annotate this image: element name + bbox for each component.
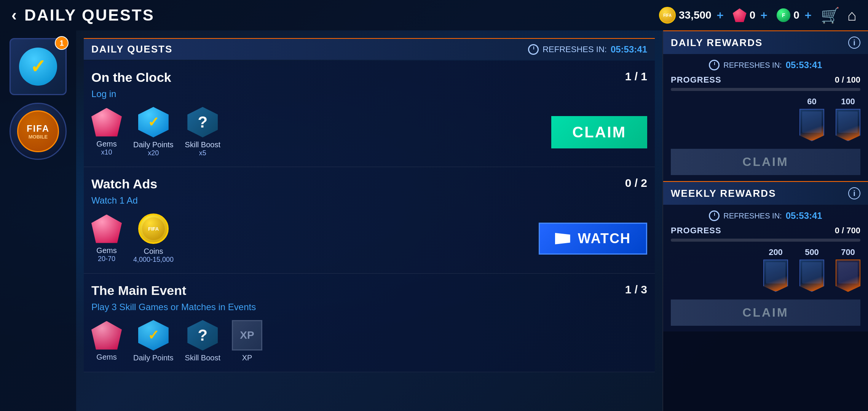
reward-label-skill-boost: Skill Boostx5 — [185, 140, 220, 157]
home-button[interactable]: ⌂ — [847, 7, 857, 24]
claim-button-1[interactable]: CLAIM — [551, 116, 647, 148]
quest-on-the-clock: On the Clock 1 / 1 Log in Gemsx10 Daily … — [84, 61, 655, 167]
weekly-milestones: 200 500 700 — [671, 247, 860, 292]
reward-coins-2: FIFA Coins4,000-15,000 — [133, 213, 174, 264]
page-title: DAILY QUESTS — [24, 6, 659, 24]
quest-rewards-1: Gemsx10 Daily Pointsx20 Skill Boostx5 CL… — [91, 107, 647, 157]
daily-rewards-body: REFRESHES IN: 05:53:41 PROGRESS 0 / 100 … — [663, 54, 868, 181]
weekly-rewards-header: WEEKLY REWARDS i — [663, 181, 868, 205]
reward-label-gems-2: Gems20-70 — [96, 246, 116, 263]
weekly-milestone-200-label: 200 — [769, 247, 783, 257]
quest-subtitle-1[interactable]: Log in — [91, 89, 647, 99]
weekly-milestone-700-icon — [836, 260, 860, 292]
weekly-refresh-time: 05:53:41 — [786, 210, 822, 221]
daily-refresh-row: REFRESHES IN: 05:53:41 — [671, 60, 860, 70]
gem-reward-icon — [91, 108, 122, 137]
back-button[interactable]: ‹ — [11, 7, 17, 23]
weekly-claim-button[interactable]: CLAIM — [671, 299, 860, 326]
daily-milestone-100: 100 — [836, 97, 860, 141]
currency-area: FIFA 33,500 ＋ 0 ＋ F 0 ＋ 🛒 ⌂ — [659, 6, 857, 24]
fifa-logo-inner: FIFA MOBILE — [17, 110, 59, 152]
daily-refresh-time: 05:53:41 — [786, 60, 822, 70]
quest-progress-1: 1 / 1 — [625, 70, 647, 83]
watch-play-icon — [555, 233, 570, 244]
weekly-refresh-row: REFRESHES IN: 05:53:41 — [671, 210, 860, 221]
daily-milestone-100-icon — [836, 109, 860, 141]
green-points-group: F 0 ＋ — [777, 8, 813, 22]
refresh-label: REFRESHES IN: — [542, 45, 607, 54]
reward-label-check-3: Daily Points — [133, 354, 174, 362]
daily-quests-header: DAILY QUESTS REFRESHES IN: 05:53:41 — [84, 38, 655, 60]
quest-progress-2: 0 / 2 — [625, 177, 647, 190]
weekly-milestone-200: 200 — [763, 247, 788, 292]
reward-gems-1: Gemsx10 — [91, 108, 122, 156]
reward-question-3: Skill Boost — [185, 320, 220, 362]
weekly-milestone-500-label: 500 — [805, 247, 819, 257]
weekly-progress-value: 0 / 700 — [835, 226, 860, 236]
daily-progress-bar — [671, 88, 860, 91]
fifa-points-value: 33,500 — [679, 9, 712, 21]
question-reward-icon — [187, 107, 218, 137]
daily-milestone-100-label: 100 — [841, 97, 855, 107]
sidebar-fifa-logo[interactable]: FIFA MOBILE — [10, 103, 67, 160]
weekly-milestone-700-label: 700 — [841, 247, 855, 257]
quest-title-3: The Main Event — [91, 283, 186, 298]
quest-subtitle-2[interactable]: Watch 1 Ad — [91, 195, 647, 206]
add-points-button[interactable]: ＋ — [803, 8, 813, 22]
reward-skill-boost-1: Skill Boostx5 — [185, 107, 220, 157]
daily-refresh-label: REFRESHES IN: — [723, 61, 782, 70]
points-icon: F — [777, 8, 790, 22]
reward-label-gems-3: Gems — [96, 353, 116, 362]
daily-rewards-info-button[interactable]: i — [848, 37, 860, 49]
add-fifa-points-button[interactable]: ＋ — [715, 8, 725, 22]
refresh-info: REFRESHES IN: 05:53:41 — [528, 44, 647, 55]
daily-rewards-panel: DAILY REWARDS i REFRESHES IN: 05:53:41 P… — [663, 30, 868, 181]
fifa-logo-sub: MOBILE — [29, 134, 48, 140]
reward-label-gems-1: Gemsx10 — [96, 140, 116, 156]
reward-label-coins: Coins4,000-15,000 — [133, 247, 174, 264]
weekly-rewards-panel: WEEKLY REWARDS i REFRESHES IN: 05:53:41 … — [663, 181, 868, 331]
sidebar-quests-icon[interactable]: 1 — [10, 38, 67, 95]
fifa-logo-text: FIFA — [27, 123, 49, 134]
weekly-progress-label: PROGRESS — [671, 226, 721, 236]
reward-xp-3: XP — [232, 320, 262, 362]
weekly-milestone-500: 500 — [799, 247, 824, 292]
sidebar: 1 FIFA MOBILE — [0, 30, 76, 411]
green-points-value: 0 — [793, 9, 799, 21]
daily-progress-value: 0 / 100 — [835, 75, 860, 85]
reward-label-question-3: Skill Boost — [185, 354, 220, 362]
coins-reward-icon: FIFA — [138, 213, 169, 244]
daily-timer-icon — [709, 60, 720, 70]
reward-label-daily-points: Daily Pointsx20 — [133, 140, 174, 157]
reward-gems-2: Gems20-70 — [91, 215, 122, 263]
daily-progress-label: PROGRESS — [671, 75, 721, 85]
quest-title-1: On the Clock — [91, 70, 171, 85]
daily-milestone-60-icon — [799, 109, 824, 141]
weekly-progress-bar — [671, 239, 860, 242]
quest-title-2: Watch Ads — [91, 177, 157, 191]
cart-button[interactable]: 🛒 — [821, 6, 840, 24]
weekly-milestone-200-icon — [763, 260, 788, 292]
add-gems-button[interactable]: ＋ — [758, 8, 769, 22]
quest-badge: 1 — [55, 36, 69, 50]
quest-header-3: The Main Event 1 / 3 — [91, 283, 647, 298]
weekly-progress-row: PROGRESS 0 / 700 — [671, 226, 860, 236]
main-content: DAILY QUESTS REFRESHES IN: 05:53:41 On t… — [76, 30, 662, 411]
weekly-timer-icon — [709, 210, 720, 221]
quest-header-2: Watch Ads 0 / 2 — [91, 177, 647, 191]
gems-group: 0 ＋ — [733, 8, 769, 22]
fifa-points-group: FIFA 33,500 ＋ — [659, 7, 725, 24]
question-reward-icon-3 — [187, 320, 218, 350]
right-panel: DAILY REWARDS i REFRESHES IN: 05:53:41 P… — [662, 30, 868, 411]
weekly-milestone-500-icon — [799, 260, 824, 292]
daily-progress-row: PROGRESS 0 / 100 — [671, 75, 860, 85]
daily-claim-button[interactable]: CLAIM — [671, 149, 860, 175]
quest-progress-3: 1 / 3 — [625, 283, 647, 296]
watch-button[interactable]: WATCH — [539, 223, 647, 255]
quest-subtitle-3[interactable]: Play 3 Skill Games or Matches in Events — [91, 302, 647, 312]
quest-rewards-2: Gems20-70 FIFA Coins4,000-15,000 WATCH — [91, 213, 647, 264]
reward-daily-points-1: Daily Pointsx20 — [133, 107, 174, 157]
gem-reward-icon-2 — [91, 215, 122, 243]
weekly-rewards-info-button[interactable]: i — [848, 187, 860, 199]
weekly-refresh-label: REFRESHES IN: — [723, 212, 782, 220]
